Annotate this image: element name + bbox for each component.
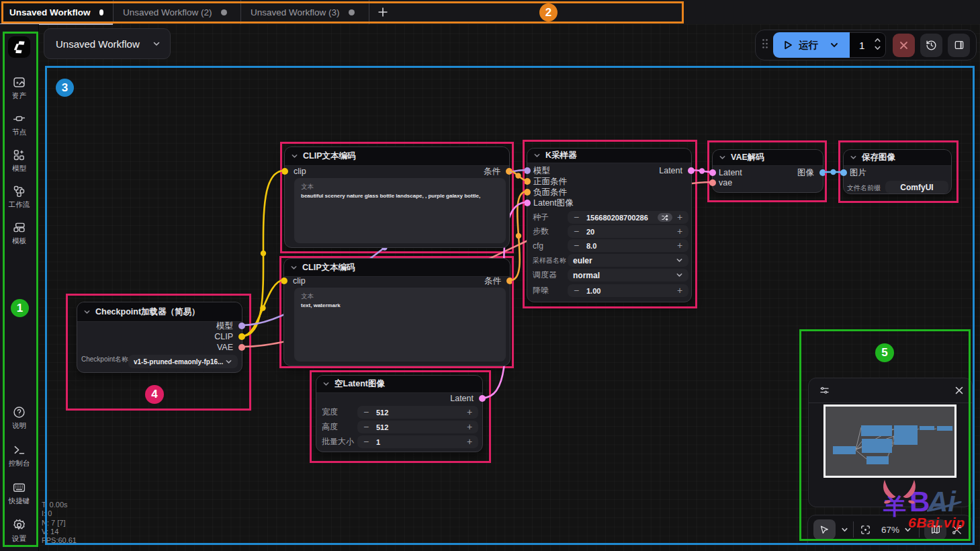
widget-scheduler-combo[interactable]: normal: [568, 269, 688, 282]
output-dot-conditioning[interactable]: [506, 278, 513, 284]
panel-toggle-button[interactable]: [948, 34, 970, 57]
minimap-view[interactable]: [823, 405, 956, 478]
tab-unsaved-workflow-2[interactable]: Unsaved Workflow (2): [114, 0, 240, 24]
output-dot-image[interactable]: [819, 169, 826, 176]
decrement-icon[interactable]: −: [568, 211, 585, 224]
decrement-icon[interactable]: −: [357, 421, 375, 433]
new-tab-button[interactable]: [369, 0, 396, 24]
sidebar-item-settings[interactable]: 设置: [12, 518, 26, 544]
sidebar-item-console[interactable]: 控制台: [9, 443, 30, 468]
decrement-icon[interactable]: −: [568, 225, 585, 238]
collapse-chevron-icon[interactable]: [290, 264, 298, 271]
minimap-node-ksampler[interactable]: [894, 425, 918, 445]
node-header[interactable]: 保存图像: [844, 150, 951, 166]
node-header[interactable]: CLIP文本编码: [285, 147, 509, 166]
tab-unsaved-workflow-3[interactable]: Unsaved Workflow (3): [241, 0, 369, 24]
output-dot-model[interactable]: [238, 323, 245, 329]
input-dot-negative[interactable]: [524, 189, 531, 196]
collapse-chevron-icon[interactable]: [322, 380, 330, 388]
minimap-node-clip1[interactable]: [861, 425, 892, 436]
widget-cfg-stepper[interactable]: − 8.0 +: [568, 239, 688, 252]
history-button[interactable]: [920, 34, 942, 57]
batch-decrement-button[interactable]: [873, 43, 882, 55]
increment-icon[interactable]: +: [671, 225, 688, 238]
node-header[interactable]: 空Latent图像: [316, 376, 482, 393]
widget-sampler-combo[interactable]: euler: [568, 254, 688, 267]
node-clip-text-encode-positive[interactable]: CLIP文本编码 clip 条件 文本 beautiful scenery na…: [284, 146, 510, 248]
batch-count-input[interactable]: 1: [850, 32, 886, 58]
increment-icon[interactable]: +: [461, 406, 478, 419]
run-options-chevron-icon[interactable]: [830, 40, 839, 50]
run-button[interactable]: 运行: [773, 32, 850, 58]
sidebar-item-workflows[interactable]: 工作流: [9, 184, 30, 210]
node-vae-decode[interactable]: VAE解码 Latent vae 图像: [712, 149, 823, 193]
increment-icon[interactable]: +: [671, 284, 688, 297]
output-dot-vae[interactable]: [238, 344, 245, 351]
decrement-icon[interactable]: −: [568, 239, 585, 252]
node-empty-latent-image[interactable]: 空Latent图像 Latent 宽度 − 512 + 高度 − 512 + 批…: [316, 375, 483, 452]
widget-seed-stepper[interactable]: − 156680208700286 +: [568, 211, 688, 224]
node-ksampler[interactable]: K采样器 模型 正面条件 负面条件 Latent图像 Latent 种子 − 1…: [527, 148, 692, 302]
collapse-chevron-icon[interactable]: [533, 152, 541, 159]
decrement-icon[interactable]: −: [568, 284, 585, 297]
input-dot-latent[interactable]: [709, 169, 716, 176]
minimap-node-clip2[interactable]: [862, 439, 892, 453]
increment-icon[interactable]: +: [671, 239, 688, 252]
input-dot-vae[interactable]: [709, 179, 716, 186]
node-header[interactable]: CLIP文本编码: [284, 259, 510, 277]
node-clip-text-encode-negative[interactable]: CLIP文本编码 clip 条件 文本 text, watermark: [283, 258, 510, 366]
sidebar-item-help[interactable]: 说明: [12, 405, 26, 431]
node-header[interactable]: Checkpoint加载器（简易）: [77, 302, 242, 322]
randomize-seed-button[interactable]: [658, 213, 672, 222]
decrement-icon[interactable]: −: [357, 406, 375, 419]
select-tool-button[interactable]: [813, 519, 836, 540]
sidebar-item-assets[interactable]: 资产: [9, 75, 30, 101]
output-dot-clip[interactable]: [238, 333, 245, 340]
sidebar-item-templates[interactable]: 模板: [9, 220, 30, 246]
increment-icon[interactable]: +: [461, 435, 478, 448]
input-dot-latent-image[interactable]: [524, 200, 531, 206]
output-dot-latent[interactable]: [479, 395, 486, 402]
widget-height-stepper[interactable]: − 512 +: [357, 421, 478, 433]
widget-batch-size-stepper[interactable]: − 1 +: [357, 435, 478, 448]
minimap-settings-icon[interactable]: [819, 386, 830, 396]
tool-options-chevron-icon[interactable]: [840, 525, 849, 534]
minimap-node-checkpoint[interactable]: [833, 446, 856, 454]
collapse-chevron-icon[interactable]: [83, 308, 91, 316]
widget-filename-input[interactable]: ComfyUI: [885, 181, 948, 194]
minimap-toggle-button[interactable]: [924, 519, 946, 540]
node-header[interactable]: K采样器: [527, 149, 691, 163]
node-save-image[interactable]: 保存图像 图片 文件名前缀 ComfyUI: [843, 149, 952, 194]
collapse-chevron-icon[interactable]: [850, 154, 857, 161]
input-dot-clip[interactable]: [281, 168, 288, 175]
link-visibility-button[interactable]: [951, 524, 963, 536]
widget-denoise-stepper[interactable]: − 1.00 +: [568, 284, 688, 297]
toolbar-drag-handle[interactable]: [756, 38, 773, 52]
widget-steps-stepper[interactable]: − 20 +: [568, 225, 688, 238]
minimap-node-save[interactable]: [937, 426, 952, 431]
widget-ckpt-name-combo[interactable]: v1-5-pruned-emaonly-fp16...: [128, 355, 238, 368]
tab-unsaved-workflow-1[interactable]: Unsaved Workflow: [0, 0, 113, 24]
output-dot-latent[interactable]: [688, 167, 695, 174]
minimap-close-icon[interactable]: [954, 386, 964, 395]
input-dot-clip[interactable]: [281, 278, 287, 284]
decrement-icon[interactable]: −: [357, 435, 375, 448]
sidebar-item-nodes[interactable]: 节点: [9, 112, 30, 137]
increment-icon[interactable]: +: [671, 211, 688, 224]
sidebar-item-models[interactable]: 模型: [9, 148, 30, 173]
collapse-chevron-icon[interactable]: [719, 154, 726, 161]
zoom-chevron-icon[interactable]: [903, 525, 912, 534]
increment-icon[interactable]: +: [461, 421, 478, 433]
minimap-node-vae[interactable]: [920, 426, 934, 430]
cancel-run-button[interactable]: [893, 34, 915, 57]
zoom-level[interactable]: 67%: [881, 525, 899, 535]
workflow-menu-button[interactable]: Unsaved Workflow: [44, 28, 171, 59]
sidebar-item-shortcuts[interactable]: 快捷键: [9, 480, 30, 506]
widget-text-prompt[interactable]: 文本 beautiful scenery nature glass bottle…: [294, 178, 506, 243]
output-dot-conditioning[interactable]: [506, 168, 513, 175]
collapse-chevron-icon[interactable]: [291, 153, 298, 160]
widget-width-stepper[interactable]: − 512 +: [357, 406, 478, 419]
minimap-node-emptylatent[interactable]: [866, 456, 889, 464]
fit-view-button[interactable]: [860, 524, 871, 536]
input-dot-images[interactable]: [840, 169, 847, 176]
